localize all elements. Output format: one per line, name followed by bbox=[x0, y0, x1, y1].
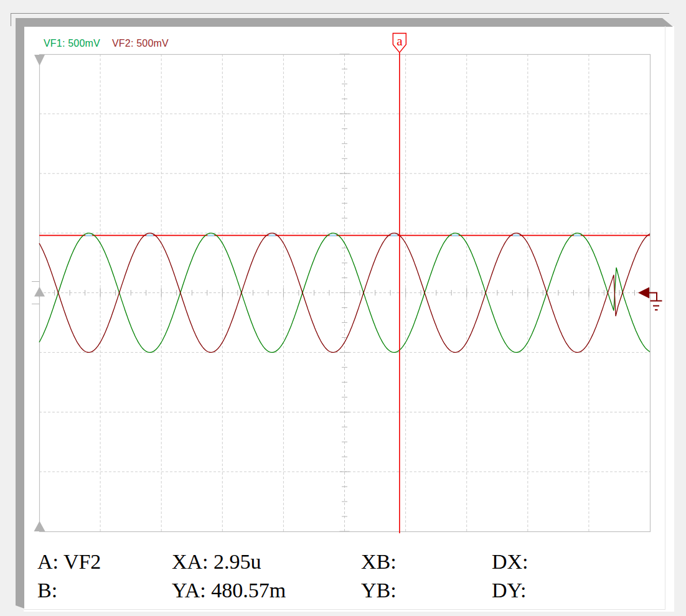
readout-xa: XA: 2.95u bbox=[172, 550, 261, 574]
readout-xb: XB: bbox=[361, 550, 397, 574]
oscillogram: a bbox=[0, 0, 686, 616]
readout-a-signal: A: VF2 bbox=[37, 550, 101, 574]
zero-level-marker[interactable] bbox=[34, 287, 45, 297]
readout-ya: YA: 480.57m bbox=[172, 579, 286, 602]
readout-b-signal: B: bbox=[37, 579, 57, 602]
ground-icon bbox=[649, 293, 662, 310]
readout-dx: DX: bbox=[492, 550, 529, 574]
oscilloscope-window: { "legend": { "vf1": "VF1: 500mV", "vf2"… bbox=[0, 0, 686, 616]
axis-range-markers bbox=[32, 55, 45, 531]
readout-dy: DY: bbox=[492, 579, 526, 602]
readout-yb: YB: bbox=[361, 579, 397, 602]
y-axis bbox=[340, 54, 350, 531]
cursor-a-label: a bbox=[397, 34, 403, 49]
y-bottom-range-marker[interactable] bbox=[34, 521, 45, 532]
y-top-range-marker[interactable] bbox=[34, 55, 45, 66]
trace-zero-marker[interactable] bbox=[638, 287, 649, 299]
cursor-a-flag[interactable]: a bbox=[393, 34, 406, 53]
